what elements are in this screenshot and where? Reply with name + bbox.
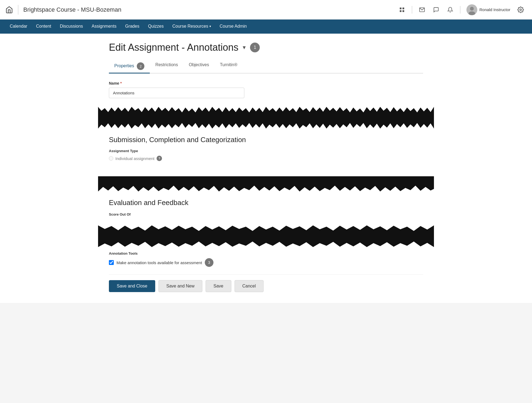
settings-icon-button[interactable] (515, 4, 527, 16)
torn-section-3 (98, 225, 434, 247)
tab-turnitin[interactable]: Turnitin® (215, 60, 243, 73)
svg-rect-0 (400, 7, 401, 9)
tab-objectives[interactable]: Objectives (183, 60, 215, 73)
svg-rect-3 (403, 10, 404, 12)
nav-item-discussions[interactable]: Discussions (56, 20, 87, 34)
home-button[interactable] (5, 6, 13, 14)
top-bar: Brightspace Course - MSU-Bozeman (0, 0, 532, 20)
submission-heading: Submission, Completion and Categorizatio… (109, 136, 423, 144)
page-title: Edit Assignment - Annotations (109, 42, 238, 53)
torn-section-2 (98, 170, 434, 191)
nav-item-assignments[interactable]: Assignments (87, 20, 121, 34)
main-content: Edit Assignment - Annotations ▾ 1 Proper… (98, 34, 434, 303)
tab-badge-2: 2 (137, 62, 144, 70)
svg-rect-2 (400, 10, 401, 12)
nav-item-course-resources[interactable]: Course Resources ▾ (168, 20, 215, 34)
name-input[interactable] (109, 88, 244, 98)
title-dropdown-chevron[interactable]: ▾ (243, 44, 246, 51)
annotation-checkbox-row: Make annotation tools available for asse… (109, 258, 423, 267)
tabs-row: Properties 2 Restrictions Objectives Tur… (109, 60, 423, 73)
chat-icon-button[interactable] (430, 4, 442, 16)
bell-icon-button[interactable] (444, 4, 456, 16)
annotation-checkbox[interactable] (109, 260, 114, 265)
user-name: Ronald Instructor (479, 7, 510, 12)
tab-properties[interactable]: Properties 2 (109, 60, 150, 73)
nav-item-grades[interactable]: Grades (121, 20, 144, 34)
individual-assignment-label: Individual assignment (115, 156, 154, 161)
save-button[interactable]: Save (206, 280, 231, 292)
annotation-checkbox-label: Make annotation tools available for asse… (116, 260, 202, 265)
nav-bar: Calendar Content Discussions Assignments… (0, 20, 532, 34)
avatar (466, 4, 477, 15)
grid-icon-button[interactable] (396, 4, 408, 16)
button-row: Save and Close Save and New Save Cancel (109, 274, 423, 295)
annotation-section: Annotation Tools Make annotation tools a… (109, 247, 423, 267)
name-label: Name * (109, 81, 423, 85)
nav-item-quizzes[interactable]: Quizzes (144, 20, 168, 34)
divider (18, 5, 18, 15)
chevron-down-icon: ▾ (209, 24, 211, 28)
svg-point-6 (470, 7, 474, 11)
nav-item-content[interactable]: Content (32, 20, 56, 34)
save-new-button[interactable]: Save and New (158, 280, 202, 292)
annotation-tools-label: Annotation Tools (109, 251, 423, 255)
individual-assignment-radio[interactable] (109, 156, 113, 161)
assignment-type-row: Individual assignment ? (109, 156, 423, 161)
top-bar-right: Ronald Instructor (396, 3, 527, 16)
tab-restrictions[interactable]: Restrictions (150, 60, 183, 73)
svg-rect-1 (403, 7, 404, 9)
content-wrapper: Edit Assignment - Annotations ▾ 1 Proper… (0, 34, 532, 303)
mail-icon-button[interactable] (416, 4, 428, 16)
page-title-row: Edit Assignment - Annotations ▾ 1 (109, 42, 423, 53)
nav-item-calendar[interactable]: Calendar (5, 20, 32, 34)
save-close-button[interactable]: Save and Close (109, 280, 155, 292)
site-title: Brightspace Course - MSU-Bozeman (23, 6, 121, 13)
step-badge-1: 1 (250, 43, 260, 52)
help-icon[interactable]: ? (157, 156, 162, 161)
score-out-of-label: Score Out Of (109, 212, 131, 216)
required-star: * (120, 81, 122, 85)
divider (460, 6, 460, 14)
torn-section-1 (98, 107, 434, 129)
assignment-type-label: Assignment Type (109, 149, 423, 153)
evaluation-heading: Evaluation and Feedback (109, 199, 423, 207)
submission-section: Submission, Completion and Categorizatio… (109, 129, 423, 161)
top-bar-left: Brightspace Course - MSU-Bozeman (5, 5, 396, 15)
divider (412, 6, 412, 14)
cancel-button[interactable]: Cancel (235, 280, 264, 292)
evaluation-section: Evaluation and Feedback Score Out Of (109, 191, 423, 217)
nav-item-course-admin[interactable]: Course Admin (215, 20, 251, 34)
user-area[interactable]: Ronald Instructor (464, 3, 512, 16)
step-badge-3: 3 (205, 258, 213, 267)
name-section: Name * (109, 81, 423, 98)
svg-point-8 (520, 9, 521, 11)
